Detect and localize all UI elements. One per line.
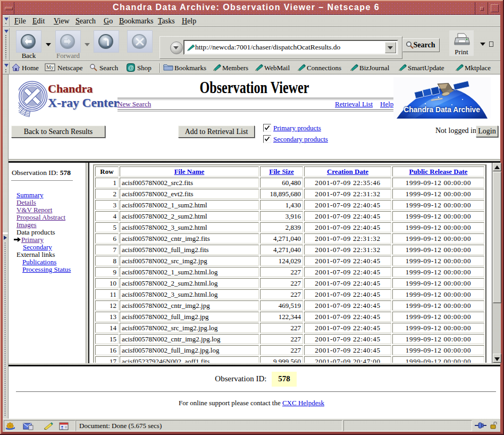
svg-text:X-ray Center: X-ray Center <box>48 96 119 110</box>
svg-text:Chandra: Chandra <box>48 82 93 95</box>
svg-text:My: My <box>46 64 54 70</box>
svg-text:@: @ <box>128 64 133 71</box>
svg-text:Chandra Data Archive: Chandra Data Archive <box>404 106 480 114</box>
